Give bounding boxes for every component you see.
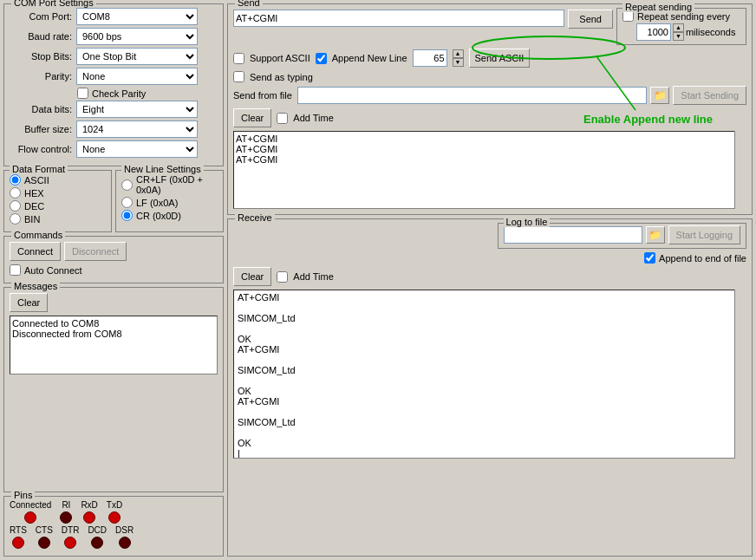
data-format-title: Data Format bbox=[10, 164, 68, 174]
recv-line-6: AT+CGMI bbox=[238, 344, 742, 355]
recv-line-14 bbox=[238, 427, 742, 438]
bin-radio-row: BIN bbox=[10, 213, 106, 225]
receive-title: Receive bbox=[235, 212, 275, 223]
recv-line-13: SIMCOM_Ltd bbox=[238, 417, 742, 427]
hex-radio[interactable] bbox=[10, 187, 21, 199]
pins-box: Pins Connected RI RxD TxD bbox=[3, 496, 224, 557]
ascii-radio-row: ASCII bbox=[10, 174, 106, 186]
lf-label: LF (0x0A) bbox=[136, 198, 178, 208]
send-button[interactable]: Send bbox=[568, 10, 613, 29]
disconnect-button[interactable]: Disconnect bbox=[64, 242, 127, 261]
receive-add-time-checkbox[interactable] bbox=[277, 271, 288, 283]
browse-file-button[interactable]: 📁 bbox=[650, 87, 669, 104]
repeat-sending-box: Repeat sending Repeat sending every ▲ ▼ … bbox=[616, 8, 746, 45]
right-panel: Send AT+CGMI Send Repeat sending Repeat … bbox=[227, 0, 756, 560]
start-sending-button[interactable]: Start Sending bbox=[673, 86, 746, 105]
receive-log: AT+CGMI SIMCOM_Ltd OK AT+CGMI SIMCOM_Ltd… bbox=[233, 290, 746, 459]
repeat-down-btn[interactable]: ▼ bbox=[673, 32, 684, 41]
newline-settings-title: New Line Settings bbox=[121, 164, 204, 174]
check-parity-checkbox[interactable] bbox=[77, 88, 88, 99]
dec-radio[interactable] bbox=[10, 200, 21, 212]
receive-add-time-label: Add Time bbox=[293, 271, 333, 282]
lf-radio[interactable] bbox=[121, 197, 133, 208]
lf-radio-row: LF (0x0A) bbox=[121, 197, 218, 208]
pin-cts-led bbox=[38, 537, 50, 549]
com-port-settings-box: COM Port Settings Com Port: COM8 Baud ra… bbox=[3, 3, 224, 166]
send-command-input[interactable]: AT+CGMI bbox=[233, 10, 564, 27]
recv-line-2 bbox=[238, 303, 742, 313]
send-as-typing-label: Send as typing bbox=[250, 72, 313, 82]
buffer-size-select[interactable]: 1024 bbox=[76, 120, 198, 138]
pin-rxd: RxD bbox=[81, 500, 97, 524]
append-newline-checkbox[interactable] bbox=[316, 53, 327, 64]
support-ascii-label: Support ASCII bbox=[250, 53, 310, 63]
support-ascii-checkbox[interactable] bbox=[233, 53, 244, 64]
format-newline-section: Data Format ASCII HEX DEC BIN bbox=[3, 170, 224, 232]
pin-dcd-led bbox=[91, 537, 103, 549]
data-bits-select[interactable]: Eight bbox=[76, 101, 198, 118]
send-log: AT+CGMI AT+CGMI AT+CGMI bbox=[233, 131, 746, 209]
ascii-down-btn[interactable]: ▼ bbox=[453, 58, 464, 67]
com-port-select[interactable]: COM8 bbox=[76, 8, 198, 25]
bin-radio[interactable] bbox=[10, 213, 21, 225]
auto-connect-checkbox[interactable] bbox=[10, 264, 21, 276]
send-options-row: Support ASCII Append New Line ▲ ▼ Send A… bbox=[233, 49, 746, 68]
send-file-path-input[interactable] bbox=[297, 87, 647, 104]
com-port-label: Com Port: bbox=[10, 11, 72, 22]
receive-clear-row: Clear Add Time bbox=[233, 267, 746, 286]
repeat-up-btn[interactable]: ▲ bbox=[673, 23, 684, 32]
send-ascii-button[interactable]: Send ASCII bbox=[469, 49, 531, 68]
send-as-typing-checkbox[interactable] bbox=[233, 71, 244, 82]
pin-txd-label: TxD bbox=[107, 500, 122, 510]
pin-dtr: DTR bbox=[62, 525, 80, 549]
ascii-up-btn[interactable]: ▲ bbox=[453, 49, 464, 58]
ascii-label: ASCII bbox=[24, 175, 49, 186]
pins-row-1: Connected RI RxD TxD bbox=[10, 500, 218, 524]
pin-dtr-led bbox=[64, 537, 76, 549]
connect-button[interactable]: Connect bbox=[10, 242, 61, 261]
crlf-radio[interactable] bbox=[121, 179, 133, 191]
pin-rts: RTS bbox=[10, 525, 27, 549]
pin-cts-label: CTS bbox=[36, 525, 53, 535]
log-to-file-box: Log to file 📁 Start Logging bbox=[498, 223, 746, 249]
send-from-file-label: Send from file bbox=[233, 90, 292, 101]
dec-radio-row: DEC bbox=[10, 200, 106, 212]
data-bits-row: Data bits: Eight bbox=[10, 101, 218, 118]
receive-scrollbar bbox=[734, 290, 746, 459]
send-clear-button[interactable]: Clear bbox=[233, 108, 271, 127]
ascii-radio[interactable] bbox=[10, 174, 21, 186]
recv-cursor: | bbox=[238, 448, 742, 459]
append-to-file-label: Append to end of file bbox=[659, 253, 746, 264]
commands-title: Commands bbox=[11, 230, 65, 240]
flow-control-select[interactable]: None bbox=[76, 140, 198, 158]
pin-ri-label: RI bbox=[62, 500, 70, 510]
log-file-path-input[interactable] bbox=[504, 226, 642, 244]
receive-clear-button[interactable]: Clear bbox=[233, 267, 271, 286]
stop-bits-select[interactable]: One Stop Bit bbox=[76, 48, 198, 65]
recv-line-11: AT+CGMI bbox=[238, 396, 742, 407]
pin-rxd-label: RxD bbox=[81, 500, 97, 510]
log-browse-button[interactable]: 📁 bbox=[646, 226, 665, 244]
start-logging-button[interactable]: Start Logging bbox=[668, 225, 740, 244]
receive-box: Receive Log to file 📁 Start Logging Appe… bbox=[227, 218, 753, 557]
repeat-unit-label: miliseconds bbox=[686, 27, 735, 37]
send-log-line-1: AT+CGMI bbox=[236, 133, 744, 144]
ascii-value-input[interactable] bbox=[413, 49, 447, 67]
pin-ri: RI bbox=[60, 500, 72, 524]
baud-rate-select[interactable]: 9600 bps bbox=[76, 28, 198, 45]
send-log-line-3: AT+CGMI bbox=[236, 154, 744, 165]
append-to-file-checkbox[interactable] bbox=[644, 252, 655, 264]
parity-select[interactable]: None bbox=[76, 68, 198, 85]
recv-line-8: SIMCOM_Ltd bbox=[238, 365, 742, 375]
recv-line-1: AT+CGMI bbox=[238, 292, 742, 303]
dec-label: DEC bbox=[24, 201, 44, 212]
messages-content: Connected to COM8 Disconnected from COM8 bbox=[10, 316, 218, 374]
messages-clear-button[interactable]: Clear bbox=[10, 293, 48, 312]
repeat-value-input[interactable] bbox=[636, 23, 671, 41]
cr-radio[interactable] bbox=[121, 210, 133, 221]
send-clear-row: Clear Add Time bbox=[233, 108, 746, 127]
buffer-size-label: Buffer size: bbox=[10, 124, 72, 134]
send-add-time-checkbox[interactable] bbox=[277, 113, 288, 124]
pin-txd-led bbox=[108, 511, 121, 524]
recv-line-3: SIMCOM_Ltd bbox=[238, 313, 742, 323]
